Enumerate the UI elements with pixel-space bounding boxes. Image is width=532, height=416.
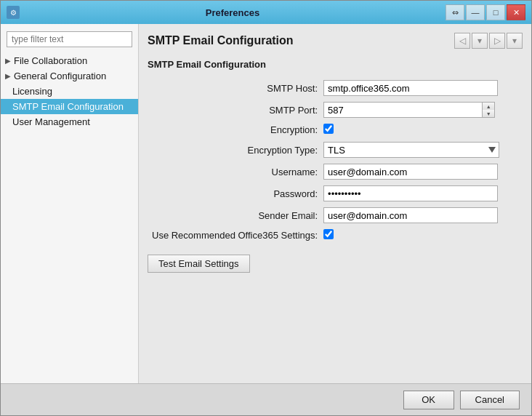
password-value-cell: [323, 183, 523, 204]
nav-buttons: ◁ ▾ ▷ ▾: [454, 33, 523, 49]
encryption-value-cell: [323, 121, 523, 139]
smtp-host-row: SMTP Host:: [148, 77, 523, 99]
username-value-cell: [323, 161, 523, 183]
restore-button[interactable]: ⇔: [446, 4, 464, 20]
sender-email-row: Sender Email:: [148, 204, 523, 226]
encryption-type-label: Encryption Type:: [148, 139, 323, 161]
title-bar-buttons: ⇔ — □ ✕: [446, 4, 525, 20]
sender-email-input[interactable]: [323, 207, 498, 223]
smtp-port-value-cell: ▲ ▼: [323, 99, 523, 121]
encryption-row: Encryption:: [148, 121, 523, 139]
nav-forward-button[interactable]: ▷: [489, 33, 505, 49]
sidebar-item-user-management[interactable]: User Management: [1, 114, 138, 129]
password-row: Password:: [148, 183, 523, 204]
sidebar-item-licensing[interactable]: Licensing: [1, 84, 138, 99]
encryption-type-value-cell: TLS SSL None: [323, 139, 523, 161]
nav-dropdown2-button[interactable]: ▾: [507, 33, 523, 49]
main-title: SMTP Email Configuration: [148, 34, 294, 47]
main-header: SMTP Email Configuration ◁ ▾ ▷ ▾: [148, 33, 523, 49]
sidebar-item-label: User Management: [12, 116, 90, 127]
username-input[interactable]: [323, 164, 498, 180]
encryption-label: Encryption:: [148, 121, 323, 139]
window-icon: ⚙: [7, 6, 20, 19]
sidebar-item-label: Licensing: [12, 86, 52, 97]
window-body: ▶ File Collaboration ▶ General Configura…: [1, 24, 531, 383]
title-bar: ⚙ Preferences ⇔ — □ ✕: [1, 1, 531, 24]
nav-dropdown-button[interactable]: ▾: [472, 33, 488, 49]
main-content: SMTP Email Configuration ◁ ▾ ▷ ▾ SMTP Em…: [139, 24, 531, 383]
encryption-checkbox[interactable]: [323, 124, 334, 134]
content-panel: SMTP Email Configuration SMTP Host: SMTP…: [148, 56, 523, 375]
sidebar-item-label: SMTP Email Configuration: [12, 101, 124, 112]
maximize-button[interactable]: □: [486, 4, 505, 20]
port-spinner: ▲ ▼: [482, 102, 495, 118]
panel-title: SMTP Email Configuration: [148, 59, 523, 70]
sidebar-item-label: General Configuration: [14, 71, 106, 81]
form-table: SMTP Host: SMTP Port: ▲: [148, 77, 523, 244]
preferences-window: ⚙ Preferences ⇔ — □ ✕ ▶ File Collaborati…: [0, 0, 532, 416]
username-label: Username:: [148, 161, 323, 183]
cancel-button[interactable]: Cancel: [460, 391, 520, 409]
sender-email-label: Sender Email:: [148, 204, 323, 226]
smtp-host-label: SMTP Host:: [148, 77, 323, 99]
bottom-bar: OK Cancel: [1, 383, 531, 415]
password-label: Password:: [148, 183, 323, 204]
minimize-button[interactable]: —: [466, 4, 485, 20]
window-title: Preferences: [20, 7, 446, 18]
sidebar-item-label: File Collaboration: [14, 55, 87, 66]
use-recommended-value-cell: [323, 226, 523, 244]
encryption-type-select[interactable]: TLS SSL None: [323, 142, 499, 158]
use-recommended-label: Use Recommended Office365 Settings:: [148, 226, 323, 244]
encryption-type-row: Encryption Type: TLS SSL None: [148, 139, 523, 161]
sidebar: ▶ File Collaboration ▶ General Configura…: [1, 24, 139, 383]
close-button[interactable]: ✕: [507, 4, 525, 20]
smtp-port-input[interactable]: [323, 102, 482, 118]
smtp-host-value-cell: [323, 77, 523, 99]
sidebar-item-file-collaboration[interactable]: ▶ File Collaboration: [1, 53, 138, 68]
nav-back-button[interactable]: ◁: [454, 33, 470, 49]
smtp-host-input[interactable]: [323, 80, 498, 96]
filter-input[interactable]: [7, 31, 132, 47]
arrow-icon: ▶: [5, 72, 11, 80]
smtp-port-label: SMTP Port:: [148, 99, 323, 121]
password-input[interactable]: [323, 185, 498, 201]
use-recommended-row: Use Recommended Office365 Settings:: [148, 226, 523, 244]
sidebar-item-smtp-email-configuration[interactable]: SMTP Email Configuration: [1, 99, 138, 114]
test-email-settings-button[interactable]: Test Email Settings: [148, 255, 250, 273]
sender-email-value-cell: [323, 204, 523, 226]
ok-button[interactable]: OK: [403, 391, 454, 409]
spinner-up-button[interactable]: ▲: [483, 103, 494, 110]
sidebar-item-general-configuration[interactable]: ▶ General Configuration: [1, 68, 138, 84]
arrow-icon: ▶: [5, 57, 11, 65]
username-row: Username:: [148, 161, 523, 183]
smtp-port-row: SMTP Port: ▲ ▼: [148, 99, 523, 121]
spinner-down-button[interactable]: ▼: [483, 110, 494, 117]
use-recommended-checkbox[interactable]: [323, 229, 334, 239]
